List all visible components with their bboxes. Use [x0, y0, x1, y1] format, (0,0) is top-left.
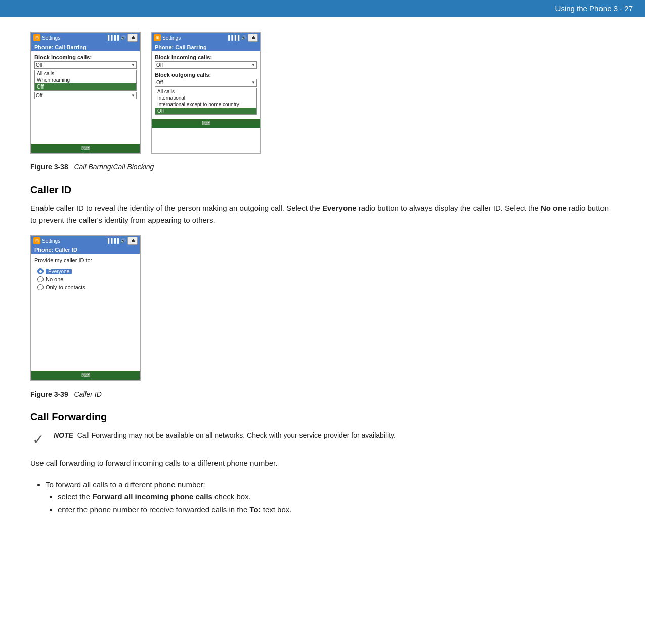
noone-bold: No one	[541, 204, 567, 212]
screen2-footer: ⌨	[152, 119, 260, 128]
screenshots-row: ⊞ Settings ▐▐▐▐ 🔊 ok Phone: Call Barring…	[30, 32, 615, 154]
screen1-select2[interactable]: Off ▼	[34, 92, 137, 99]
radio-circle-noone	[37, 276, 44, 282]
screen2-outgoing-off[interactable]: Off	[155, 108, 256, 114]
screen1-signal-icon: ▐▐▐▐	[106, 35, 119, 40]
screen2-title-right: ▐▐▐▐ 🔊 ok	[227, 34, 258, 42]
figure39-label: Figure 3-39	[30, 390, 68, 398]
screen2-windows-icon: ⊞	[154, 34, 161, 41]
screen3-title-left: ⊞ Settings	[33, 237, 60, 244]
screen2-body: Block incoming calls: Off ▼ Block outgoi…	[152, 51, 260, 119]
caller-id-heading: Caller ID	[30, 184, 615, 196]
screen3-titlebar: ⊞ Settings ▐▐▐▐ 🔊 ok	[31, 236, 140, 246]
screen3-body: Provide my caller ID to: Everyone No one	[31, 254, 140, 297]
screen3-vol-icon: 🔊	[120, 238, 126, 243]
screen2-vol-icon: 🔊	[241, 35, 246, 40]
sub-bullet-1: select the Forward all incoming phone ca…	[58, 491, 615, 503]
figure39-caption: Figure 3-39 Caller ID	[30, 390, 615, 398]
screen2-titlebar: ⊞ Settings ▐▐▐▐ 🔊 ok	[152, 33, 260, 43]
screen2-incoming-value: Off	[156, 62, 163, 68]
screen2-outgoing-select[interactable]: Off ▼	[155, 79, 257, 87]
screen3-footer-icon: ⌨	[81, 372, 90, 379]
screen2-app-name: Settings	[162, 35, 181, 41]
bullet-item-1-text: To forward all calls to a different phon…	[46, 480, 205, 489]
screen2-footer-icon: ⌨	[202, 120, 210, 127]
screen2-outgoing-allcalls[interactable]: All calls	[155, 88, 256, 95]
sub-bullet-2: enter the phone number to receive forwar…	[58, 504, 615, 516]
screen1-vol-icon: 🔊	[120, 35, 126, 40]
screen1-select[interactable]: Off ▼	[34, 61, 137, 69]
note-text: Call Forwarding may not be available on …	[77, 431, 396, 439]
screen1-title-right: ▐▐▐▐ 🔊 ok	[106, 34, 138, 42]
screen3-app-name: Settings	[42, 238, 60, 244]
screen1-select-arrow: ▼	[131, 63, 135, 67]
caller-id-body: Enable caller ID to reveal the identity …	[30, 203, 615, 226]
screen3-ok-button[interactable]: ok	[127, 237, 138, 245]
radio-noone[interactable]: No one	[37, 276, 134, 282]
screen1-footer: ⌨	[31, 144, 140, 153]
radio-everyone[interactable]: Everyone	[37, 268, 134, 274]
screen1-select-value: Off	[36, 62, 42, 68]
screen1: ⊞ Settings ▐▐▐▐ 🔊 ok Phone: Call Barring…	[30, 32, 141, 154]
page-header: Using the Phone 3 - 27	[0, 0, 645, 17]
screen3-footer: ⌨	[31, 371, 140, 380]
screen2-outgoing-arrow: ▼	[251, 80, 255, 85]
radio-contacts[interactable]: Only to contacts	[37, 284, 134, 290]
figure38-caption: Figure 3-38 Call Barring/Call Blocking	[30, 163, 615, 171]
screen1-subtitle: Phone: Call Barring	[31, 43, 140, 51]
screen1-app-name: Settings	[42, 35, 60, 41]
screen1-title-left: ⊞ Settings	[33, 34, 60, 41]
screen2-outgoing-value: Off	[156, 80, 163, 85]
figure39-caption-text: Caller ID	[74, 390, 101, 398]
screen1-ok-button[interactable]: ok	[127, 34, 138, 42]
bullet-list: To forward all calls to a different phon…	[46, 479, 615, 516]
call-forwarding-heading: Call Forwarding	[30, 411, 615, 423]
screen3-provide-label: Provide my caller ID to:	[34, 257, 137, 263]
screen2-ok-button[interactable]: ok	[248, 34, 258, 42]
radio-noone-label: No one	[46, 276, 63, 282]
screen3-empty-space	[31, 297, 140, 371]
screen2-outgoing-international[interactable]: International	[155, 95, 256, 101]
screen3-radio-group: Everyone No one Only to contacts	[34, 266, 137, 294]
screen3-row: ⊞ Settings ▐▐▐▐ 🔊 ok Phone: Caller ID Pr…	[30, 235, 615, 381]
radio-everyone-label: Everyone	[46, 269, 72, 274]
screen1-footer-icon: ⌨	[81, 145, 90, 152]
sub-bullet-list: select the Forward all incoming phone ca…	[58, 491, 615, 516]
bullet-item-1: To forward all calls to a different phon…	[46, 479, 615, 516]
screen2-outgoing-intl-except[interactable]: International except to home country	[155, 101, 256, 108]
screen1-dropdown-whenroaming[interactable]: When roaming	[35, 77, 136, 83]
screen2-incoming-select[interactable]: Off ▼	[155, 61, 257, 69]
screen2-block-outgoing-label: Block outgoing calls:	[155, 72, 257, 78]
radio-circle-contacts	[37, 284, 44, 290]
figure38-caption-text: Call Barring/Call Blocking	[74, 163, 154, 171]
screen2-outgoing-dropdown: All calls International International ex…	[155, 88, 257, 115]
screen2: ⊞ Settings ▐▐▐▐ 🔊 ok Phone: Call Barring…	[151, 32, 261, 154]
radio-circle-everyone	[37, 268, 44, 274]
screen3-signal-icon: ▐▐▐▐	[106, 238, 119, 243]
forward-all-bold: Forward all incoming phone calls	[92, 492, 212, 501]
screen1-empty-space	[31, 103, 140, 144]
screen1-titlebar: ⊞ Settings ▐▐▐▐ 🔊 ok	[31, 33, 140, 43]
to-bold: To:	[249, 505, 261, 514]
call-forwarding-body: Use call forwarding to forward incoming …	[30, 458, 615, 469]
screen3-subtitle: Phone: Caller ID	[31, 246, 140, 254]
screen1-block-incoming-label: Block incoming calls:	[34, 54, 137, 60]
screen1-dropdown: All calls When roaming Off	[34, 70, 137, 91]
note-box: ✓ NOTE Call Forwarding may not be availa…	[30, 430, 615, 448]
screen2-subtitle: Phone: Call Barring	[152, 43, 260, 51]
screen2-title-left: ⊞ Settings	[154, 34, 181, 41]
screen2-block-incoming-label: Block incoming calls:	[155, 54, 257, 60]
screen3-title-right: ▐▐▐▐ 🔊 ok	[106, 237, 138, 245]
screen3: ⊞ Settings ▐▐▐▐ 🔊 ok Phone: Caller ID Pr…	[30, 235, 141, 381]
screen1-dropdown-allcalls[interactable]: All calls	[35, 70, 136, 77]
screen1-dropdown-off1[interactable]: Off	[35, 83, 136, 90]
main-content: ⊞ Settings ▐▐▐▐ 🔊 ok Phone: Call Barring…	[0, 17, 645, 541]
figure38-label: Figure 3-38	[30, 163, 68, 171]
screen2-incoming-arrow: ▼	[251, 63, 255, 67]
radio-contacts-label: Only to contacts	[46, 284, 85, 290]
everyone-bold: Everyone	[322, 204, 357, 212]
screen1-select2-value: Off	[36, 93, 42, 98]
note-label: NOTE	[54, 431, 73, 439]
screen1-select2-arrow: ▼	[131, 93, 135, 98]
screen2-signal-icon: ▐▐▐▐	[227, 35, 240, 40]
